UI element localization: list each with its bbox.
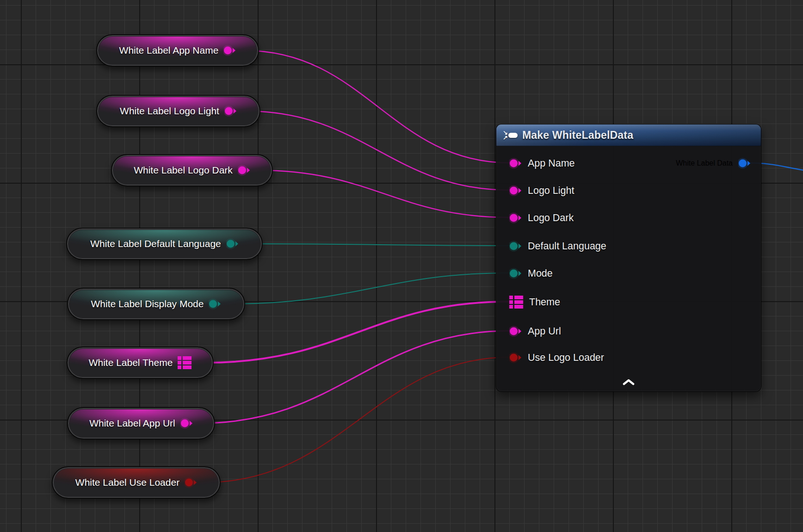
make-struct-icon: ↘↗ [503,130,518,140]
wire-app-url[interactable] [199,331,510,423]
input-row-use-logo-loader: Use Logo Loader [509,349,604,366]
getter-label: White Label Logo Light [120,105,219,117]
input-pin-string[interactable] [509,185,522,196]
input-pin-enum[interactable] [509,241,522,252]
output-row-white-label-data: White Label Data [676,155,751,172]
getter-label: White Label Use Loader [75,477,179,488]
node-title: Make WhiteLabelData [522,129,633,142]
input-pin-string[interactable] [509,212,522,223]
getter-label: White Label Default Language [90,238,221,249]
input-row-app-name: App Name [509,155,575,172]
pin-label: Logo Light [528,185,574,197]
input-row-logo-dark: Logo Dark [509,210,574,226]
input-pin-struct-icon[interactable] [509,296,523,309]
input-pin-enum[interactable] [509,268,522,279]
getter-node-white-label-app-url[interactable]: White Label App Url [67,407,215,439]
pin-label: Mode [528,268,553,279]
blueprint-graph-canvas[interactable]: White Label App Name White Label Logo Li… [0,0,803,532]
pin-label: Logo Dark [528,212,574,224]
output-pin-string[interactable] [180,418,193,429]
pin-label: White Label Data [676,159,733,167]
wire-logo-light[interactable] [245,111,510,190]
output-pin-string[interactable] [238,165,250,176]
pin-label: App Name [528,158,575,169]
input-pin-string[interactable] [509,326,522,337]
getter-node-white-label-display-mode[interactable]: White Label Display Mode [67,288,245,320]
output-pin-struct-icon[interactable] [178,356,191,369]
input-row-theme: Theme [509,294,560,310]
wire-logo-dark[interactable] [258,170,510,217]
getter-node-white-label-use-loader[interactable]: White Label Use Loader [52,466,221,499]
chevron-up-icon [623,379,635,385]
getter-label: White Label Logo Dark [134,165,233,176]
output-pin-string[interactable] [224,105,237,117]
output-pin-string[interactable] [223,45,236,56]
node-header[interactable]: ↘↗ Make WhiteLabelData [496,124,761,146]
pin-label: Theme [529,297,560,308]
input-row-logo-light: Logo Light [509,182,574,199]
collapse-node-button[interactable] [618,377,639,389]
input-row-default-language: Default Language [509,238,606,254]
getter-node-white-label-logo-light[interactable]: White Label Logo Light [96,95,260,127]
input-row-app-url: App Url [509,323,561,340]
input-pin-string[interactable] [509,158,522,169]
output-pin-bool[interactable] [185,477,197,488]
getter-label: White Label App Name [119,45,219,56]
getter-node-white-label-logo-dark[interactable]: White Label Logo Dark [111,154,273,186]
wire-display-mode[interactable] [230,273,510,304]
wire-theme[interactable] [205,302,508,363]
input-pin-bool[interactable] [509,352,522,363]
getter-node-white-label-app-name[interactable]: White Label App Name [96,34,259,67]
arrow-in-up-icon: ↗ [503,135,508,140]
pin-label: Default Language [528,241,606,252]
output-pin-enum[interactable] [209,298,221,309]
output-pin-enum[interactable] [226,238,239,249]
struct-pill-icon [508,133,518,138]
input-row-mode: Mode [509,265,553,282]
output-pin-struct[interactable] [738,158,751,169]
getter-node-white-label-theme[interactable]: White Label Theme [67,346,214,379]
getter-label: White Label Theme [89,357,173,368]
getter-node-white-label-default-language[interactable]: White Label Default Language [66,228,263,260]
getter-label: White Label App Url [89,418,175,429]
getter-label: White Label Display Mode [91,298,204,309]
make-whitelabeldata-node[interactable]: ↘↗ Make WhiteLabelData App Name Logo Lig… [496,124,761,392]
wire-default-language[interactable] [248,244,510,246]
pin-label: App Url [528,326,561,337]
pin-label: Use Logo Loader [528,352,604,364]
wire-app-name[interactable] [244,50,510,163]
